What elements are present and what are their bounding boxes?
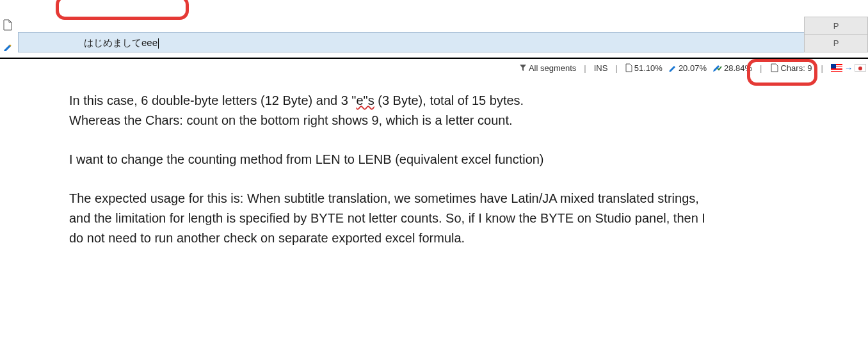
status-cell: P bbox=[804, 17, 868, 35]
body-paragraph-4: The expected usage for this is: When sub… bbox=[69, 189, 722, 248]
chars-count: Chars: 9 bbox=[769, 63, 813, 73]
spellcheck-squiggle: e"s bbox=[356, 93, 374, 107]
stat-value: 28.84% bbox=[724, 63, 752, 73]
explanation-body: In this case, 6 double-byte letters (12 … bbox=[69, 91, 722, 248]
stat-untranslated: 51.10% bbox=[625, 63, 663, 73]
segment-status-icons bbox=[3, 19, 12, 51]
stat-draft: 20.07% bbox=[669, 63, 707, 73]
pencil-icon bbox=[3, 42, 12, 51]
body-paragraph-1: In this case, 6 double-byte letters (12 … bbox=[69, 91, 722, 111]
arrow-right-icon: → bbox=[844, 63, 853, 73]
translation-input-text[interactable]: はじめましてeee bbox=[84, 37, 159, 49]
flag-us-icon bbox=[831, 64, 842, 72]
filter-label: All segments bbox=[529, 63, 576, 73]
filter-icon bbox=[519, 64, 527, 72]
flag-jp-icon bbox=[855, 64, 866, 72]
stat-value: 20.07% bbox=[679, 63, 707, 73]
editor-status-bar: All segments | INS | 51.10% 20.07% 28.84… bbox=[519, 61, 866, 74]
status-cell: P bbox=[804, 35, 868, 52]
text-caret bbox=[158, 38, 159, 49]
segment-status-column: P P bbox=[804, 17, 868, 52]
document-icon bbox=[625, 63, 632, 72]
stat-translated: 28.84% bbox=[713, 63, 752, 73]
document-icon bbox=[771, 63, 778, 72]
document-icon bbox=[3, 19, 12, 31]
chars-label: Chars: 9 bbox=[780, 63, 812, 73]
translation-input-highlight bbox=[56, 0, 189, 20]
language-pair[interactable]: → bbox=[831, 63, 866, 73]
stat-value: 51.10% bbox=[634, 63, 663, 73]
pencil-check-icon bbox=[713, 63, 722, 72]
body-paragraph-3: I want to change the counting method fro… bbox=[69, 150, 722, 169]
body-paragraph-2: Whereas the Chars: count on the bottom r… bbox=[69, 111, 722, 130]
pencil-icon bbox=[669, 64, 677, 72]
editor-panel: はじめましてeee P P bbox=[0, 0, 868, 59]
filter-indicator[interactable]: All segments bbox=[519, 63, 576, 73]
insert-mode[interactable]: INS bbox=[594, 63, 608, 73]
